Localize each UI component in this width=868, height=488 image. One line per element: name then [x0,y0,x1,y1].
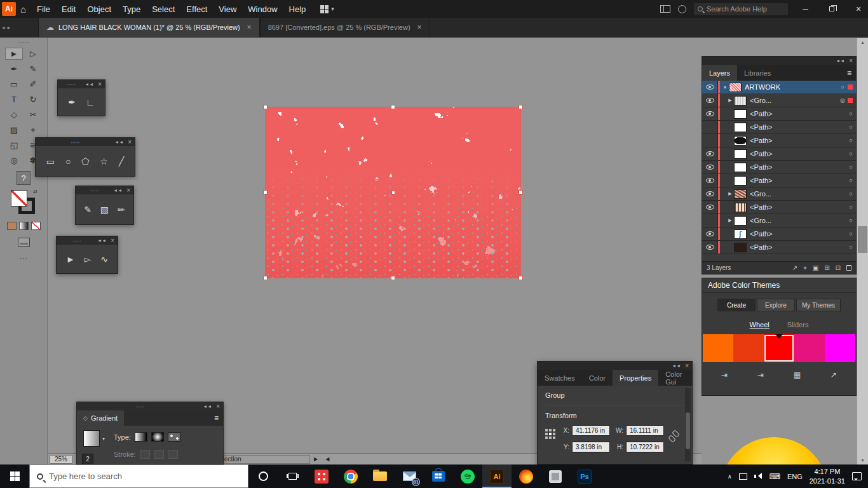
gradient-swatch-caret-icon[interactable]: ▾ [102,436,105,442]
lasso-tool-icon[interactable]: ∿ [100,254,108,264]
visibility-toggle[interactable] [702,241,718,254]
toolbar-drag-handle[interactable] [0,39,47,46]
panel-title-bar[interactable]: ▪▪▪▪▪ ◄◄ × [76,186,133,194]
layer-name[interactable]: <Path> [750,163,846,171]
selection-handle[interactable] [519,190,523,194]
clock[interactable]: 4:17 PM 2021-01-31 [810,467,845,485]
visibility-toggle[interactable] [702,161,718,173]
radial-gradient-button[interactable] [151,432,164,442]
menu-type[interactable]: Type [117,0,146,18]
visibility-toggle[interactable] [702,227,718,240]
selection-center-point[interactable] [391,191,395,194]
collapse-panel-icon[interactable]: ◄◄ [97,238,106,243]
target-icon[interactable]: ○ [846,137,856,144]
layer-name[interactable]: <Path> [750,137,846,144]
constrain-proportions-icon[interactable] [668,430,679,443]
panel-menu-icon[interactable]: ≡ [847,65,856,81]
scroll-up-icon[interactable]: ▲ [857,40,868,44]
layer-name[interactable]: <Gro... [750,190,846,198]
visibility-toggle[interactable] [702,81,718,93]
taskbar-app-store[interactable] [424,464,453,488]
target-icon[interactable]: ○ [846,164,856,170]
target-icon[interactable]: ○ [846,231,856,237]
task-view-button[interactable] [278,464,307,488]
add-theme-icon[interactable]: ⇥ [757,370,764,379]
layer-name[interactable]: <Path> [750,203,846,211]
gradient-swatch[interactable] [83,430,100,447]
taskbar-app-photoshop[interactable]: Ps [570,464,599,488]
theme-swatch[interactable] [794,334,825,362]
target-icon[interactable]: ○ [846,217,856,224]
minimize-button[interactable] [796,0,815,18]
layer-row[interactable]: ▼ ARTWORK ○ [702,81,856,94]
document-tab-inactive[interactable]: 8697 [Converted].eps @ 25 % (RGB/Preview… [260,18,430,37]
theme-swatch[interactable] [703,334,733,362]
locate-object-icon[interactable]: ⌖ [803,264,807,272]
y-field[interactable]: 3.8198 in [572,442,610,452]
action-center-icon[interactable] [852,472,862,480]
target-icon[interactable]: ○ [846,124,856,130]
screen-mode-button[interactable] [18,238,30,247]
taskbar-search-input[interactable] [49,471,241,481]
restore-button[interactable] [822,0,841,18]
vertical-scrollbar[interactable]: ▲ ▼ [857,38,868,464]
layer-name[interactable]: ARTWORK [745,83,837,91]
network-icon[interactable] [739,473,747,480]
theme-swatch[interactable] [733,334,764,362]
layer-row[interactable]: <Path> ○ [702,161,856,174]
collapse-panel-icon[interactable]: ◄◄ [672,363,681,368]
target-icon[interactable]: ○ [846,177,856,184]
expand-icon[interactable]: ▶ [726,191,734,196]
layer-row[interactable]: <Path> ○ [702,147,856,161]
layer-row[interactable]: <Path> ○ [702,241,856,254]
cortana-button[interactable] [248,464,278,488]
panel-title-bar[interactable]: ◄◄ × [702,57,856,65]
artboard-tool[interactable]: ◱ [6,140,22,151]
stroke-gradient-within-button[interactable] [140,450,150,459]
layer-name[interactable]: <Path> [750,150,846,158]
panel-title-bar[interactable]: ▪▪▪▪▪ ◄◄ × [58,80,105,88]
delete-layer-icon[interactable] [846,265,851,271]
collapse-toolbar-icon[interactable]: ◄◄ [0,18,11,37]
help-search-input[interactable] [707,5,784,13]
height-field[interactable]: 10.7222 in [626,442,664,452]
polygon-tool-icon[interactable]: ⬠ [81,156,89,166]
pen-tool-icon[interactable]: ✒ [68,97,76,107]
help-search-box[interactable] [694,3,788,15]
panel-title-bar[interactable]: ▪▪▪▪▪ ◄◄ × [36,138,135,146]
layer-row[interactable]: ▶ <Gro... ◎ [702,94,856,107]
menu-window[interactable]: Window [242,0,283,18]
layer-row[interactable]: ▶ <Gro... ○ [702,214,856,227]
collapse-panel-icon[interactable]: ◄◄ [113,188,122,193]
panel-menu-icon[interactable]: ≡ [214,410,223,426]
new-sublayer-icon[interactable]: ⊞ [824,264,829,271]
collapse-panel-icon[interactable]: ◄◄ [203,404,212,409]
menu-effect[interactable]: Effect [180,0,213,18]
close-panel-icon[interactable]: × [128,139,132,146]
discover-icon[interactable] [678,5,686,13]
target-icon[interactable]: ○ [846,151,856,157]
close-panel-icon[interactable]: × [849,57,853,64]
menu-object[interactable]: Object [81,0,117,18]
tab-sliders[interactable]: Sliders [787,321,809,329]
visibility-toggle[interactable] [702,121,718,133]
create-button[interactable]: Create [717,299,756,311]
panel-title-bar[interactable]: ▪▪▪▪▪ ◄◄ × [77,402,223,410]
add-to-swatches-icon[interactable]: ⇥ [721,370,728,379]
taskbar-search[interactable] [29,464,248,488]
pen-tool[interactable]: ✒ [6,64,22,74]
taskbar-app-chrome[interactable] [336,464,365,488]
layer-name[interactable]: <Path> [750,230,846,238]
layer-row[interactable]: <Path> ○ [702,134,856,147]
rectangle-tool-icon[interactable]: ▭ [46,156,55,166]
line-segment-tool-icon[interactable]: ╱ [119,156,124,166]
new-layer-icon[interactable]: ⊡ [836,264,841,271]
taskbar-app-mail[interactable]: 81 [395,464,424,488]
collapse-panel-icon[interactable]: ◄◄ [114,140,123,144]
selection-handle[interactable] [391,105,395,109]
taskbar-app-red[interactable] [307,464,336,488]
document-tab-active[interactable]: ☁ LONG HAIR BLACK WOMAN (1)* @ 25 % (RGB… [38,18,260,37]
line-corner-tool-icon[interactable]: ∟ [86,97,95,107]
linear-gradient-button[interactable] [135,432,147,442]
close-button[interactable]: × [849,0,868,18]
